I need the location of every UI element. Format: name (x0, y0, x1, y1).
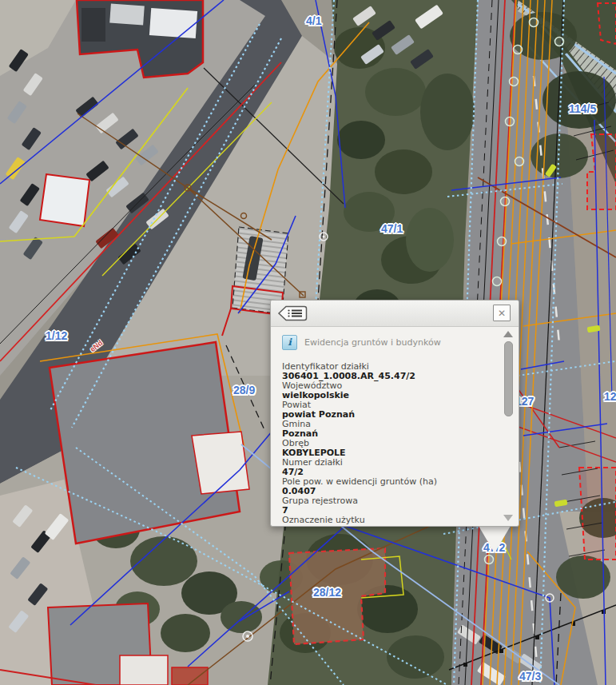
field-row: Numer działki 47/2 (282, 458, 491, 477)
parcel-label-47-3: 47/3 (519, 670, 541, 683)
parcel-label-12-cut: 12 (604, 390, 616, 403)
field-label: Oznaczenie użytku (282, 516, 491, 525)
parcel-label-28-9: 28/9 (233, 384, 255, 396)
parcel-label-114-5: 114/5 (569, 102, 596, 115)
parcel-label-4-1: 4/1 (306, 14, 321, 27)
parcel-label-28-12: 28/12 (313, 586, 341, 599)
scrollbar-thumb[interactable] (504, 341, 513, 416)
field-row: Pole pow. w ewidencji gruntów (ha) 0.040… (282, 477, 491, 496)
popup-title-row: i Ewidencja gruntów i budynków (282, 335, 491, 350)
popup-callout-tail (476, 526, 513, 554)
field-label: Grupa rejestrowa (282, 496, 491, 506)
field-row: Obręb KOBYLEPOLE (282, 439, 491, 458)
popup-body: i Ewidencja gruntów i budynków Identyfik… (271, 327, 519, 525)
field-row: Gmina Poznań (282, 420, 491, 439)
results-list-back-button[interactable] (277, 305, 308, 322)
popup-header: ✕ (271, 301, 519, 327)
scrollbar-down-arrow-icon[interactable] (503, 515, 513, 521)
parcel-info-popup: ✕ i Ewidencja gruntów i budynków Identyf… (270, 300, 519, 527)
info-icon: i (282, 335, 297, 350)
field-row: Powiat powiat Poznań (282, 400, 491, 420)
parcel-label-47-1: 47/1 (381, 222, 403, 235)
field-row: Grupa rejestrowa 7 (282, 496, 491, 516)
popup-title: Ewidencja gruntów i budynków (304, 337, 441, 348)
field-row: Województwo wielkopolskie (282, 381, 491, 400)
field-row: Oznaczenie użytku (282, 516, 491, 525)
field-label: Numer działki (282, 458, 491, 468)
popup-scrollbar[interactable] (503, 331, 513, 521)
field-value: wielkopolskie (282, 391, 491, 400)
parcel-label-1-12: 1/12 (46, 329, 67, 342)
scrollbar-up-arrow-icon[interactable] (503, 331, 513, 337)
field-value: Poznań (282, 429, 491, 439)
field-row: Identyfikator działki 306401_1.0008.AR_4… (282, 362, 491, 381)
field-value: powiat Poznań (282, 410, 491, 420)
close-icon[interactable]: ✕ (493, 305, 511, 321)
